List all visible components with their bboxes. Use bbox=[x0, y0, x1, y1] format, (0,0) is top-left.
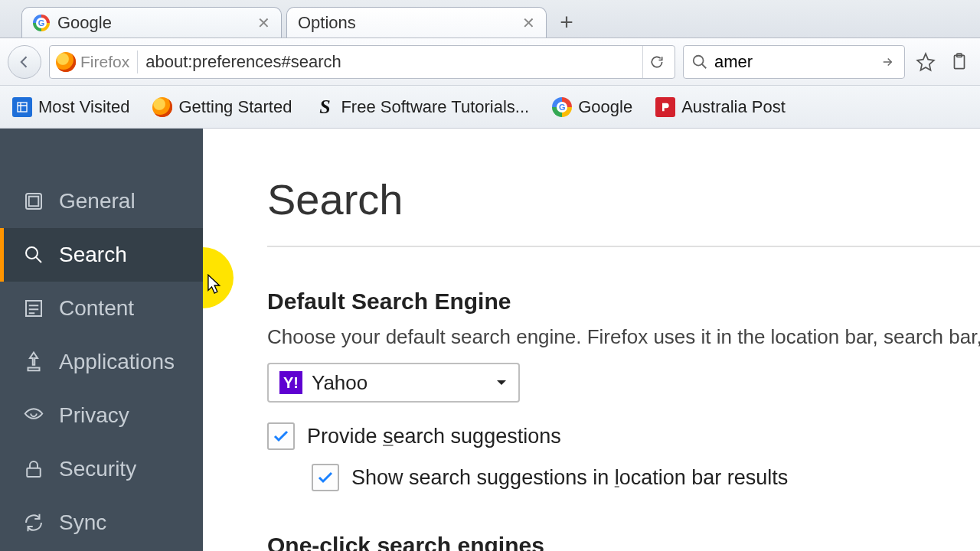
reload-button[interactable] bbox=[642, 46, 670, 78]
bookmark-australia-post[interactable]: Australia Post bbox=[648, 94, 793, 120]
lock-icon bbox=[22, 458, 45, 481]
nav-toolbar: Firefox about:preferences#search amer bbox=[0, 38, 980, 86]
sidebar-item-security[interactable]: Security bbox=[0, 442, 203, 496]
firefox-icon bbox=[56, 52, 76, 72]
sidebar-item-privacy[interactable]: Privacy bbox=[0, 389, 203, 442]
sidebar-item-label: Content bbox=[59, 296, 134, 321]
sidebar-item-label: General bbox=[59, 189, 136, 214]
applications-icon bbox=[22, 350, 45, 373]
page-title: Search bbox=[267, 174, 980, 247]
bookmark-label: Free Software Tutorials... bbox=[341, 97, 529, 117]
chevron-down-icon bbox=[495, 377, 508, 389]
sidebar-item-sync[interactable]: Sync bbox=[0, 496, 203, 549]
svg-rect-3 bbox=[18, 103, 27, 112]
default-search-engine-heading: Default Search Engine bbox=[267, 289, 980, 315]
content-icon bbox=[22, 297, 45, 320]
bookmark-getting-started[interactable]: Getting Started bbox=[145, 94, 299, 120]
search-icon bbox=[22, 243, 45, 266]
sidebar-item-content[interactable]: Content bbox=[0, 282, 203, 335]
default-engine-dropdown[interactable]: Y! Yahoo bbox=[267, 363, 520, 403]
bookmarks-toolbar: Most Visited Getting Started S Free Soft… bbox=[0, 86, 980, 129]
checkbox-row-locationbar: Show search suggestions in location bar … bbox=[312, 464, 980, 491]
url-bar[interactable]: Firefox about:preferences#search bbox=[49, 45, 675, 79]
sidebar-item-search[interactable]: Search bbox=[0, 228, 203, 282]
clipboard-icon[interactable] bbox=[946, 49, 972, 75]
sidebar-item-label: Privacy bbox=[59, 403, 129, 428]
sidebar-item-label: Security bbox=[59, 457, 136, 481]
identity-label: Firefox bbox=[80, 53, 129, 71]
new-tab-button[interactable]: + bbox=[551, 7, 582, 37]
checkbox-label: Show search suggestions in location bar … bbox=[351, 466, 788, 490]
sidebar-item-label: Sync bbox=[59, 510, 106, 535]
close-icon[interactable]: ✕ bbox=[257, 14, 270, 32]
bookmark-label: Australia Post bbox=[681, 97, 786, 117]
bookmark-most-visited[interactable]: Most Visited bbox=[5, 94, 137, 120]
bookmark-star-button[interactable] bbox=[913, 49, 939, 75]
sync-icon bbox=[22, 511, 45, 534]
search-icon bbox=[691, 54, 708, 70]
url-text: about:preferences#search bbox=[145, 52, 642, 72]
one-click-heading: One-click search engines bbox=[267, 533, 980, 551]
tab-options[interactable]: Options ✕ bbox=[286, 7, 547, 37]
identity-box[interactable]: Firefox bbox=[54, 51, 138, 73]
search-value: amer bbox=[714, 52, 878, 72]
sidebar-item-label: Search bbox=[59, 243, 127, 267]
tab-strip: Google ✕ Options ✕ + bbox=[0, 0, 980, 38]
firefox-icon bbox=[152, 97, 172, 117]
checkbox-suggestions[interactable] bbox=[267, 422, 295, 450]
svg-point-6 bbox=[26, 247, 38, 259]
google-favicon-icon bbox=[552, 97, 572, 117]
sidebar-item-applications[interactable]: Applications bbox=[0, 335, 203, 389]
svg-point-0 bbox=[694, 55, 704, 65]
preferences-content: Search Default Search Engine Choose your… bbox=[203, 129, 980, 551]
site-s-icon: S bbox=[315, 97, 335, 117]
most-visited-icon bbox=[12, 97, 32, 117]
tab-label: Options bbox=[298, 13, 516, 33]
svg-rect-8 bbox=[27, 468, 41, 477]
sidebar-item-label: Applications bbox=[59, 350, 175, 374]
back-button[interactable] bbox=[8, 45, 41, 79]
sidebar-item-general[interactable]: General bbox=[0, 174, 203, 228]
search-go-button[interactable] bbox=[878, 55, 897, 69]
bookmark-label: Getting Started bbox=[178, 97, 292, 117]
dropdown-value: Yahoo bbox=[312, 371, 486, 395]
checkbox-row-suggestions: Provide search suggestions bbox=[267, 422, 980, 450]
bookmark-label: Most Visited bbox=[38, 97, 129, 117]
google-favicon-icon bbox=[33, 15, 50, 31]
preferences-sidebar: General Search Content Applications Priv… bbox=[0, 129, 203, 551]
bookmark-label: Google bbox=[578, 97, 632, 117]
checkbox-locationbar[interactable] bbox=[312, 464, 339, 491]
bookmark-free-software-tutorials[interactable]: S Free Software Tutorials... bbox=[307, 94, 537, 120]
default-search-engine-desc: Choose your default search engine. Firef… bbox=[267, 325, 980, 349]
yahoo-icon: Y! bbox=[279, 371, 302, 394]
mouse-cursor-icon bbox=[207, 274, 224, 297]
tab-label: Google bbox=[57, 13, 251, 33]
checkbox-label: Provide search suggestions bbox=[307, 425, 561, 448]
bookmark-google[interactable]: Google bbox=[544, 94, 640, 120]
general-icon bbox=[22, 190, 45, 213]
main-area: General Search Content Applications Priv… bbox=[0, 129, 980, 551]
tab-google[interactable]: Google ✕ bbox=[21, 7, 282, 37]
privacy-icon bbox=[22, 404, 45, 427]
svg-rect-5 bbox=[29, 197, 39, 207]
close-icon[interactable]: ✕ bbox=[522, 14, 535, 32]
australia-post-icon bbox=[655, 97, 675, 117]
search-bar[interactable]: amer bbox=[683, 45, 905, 79]
